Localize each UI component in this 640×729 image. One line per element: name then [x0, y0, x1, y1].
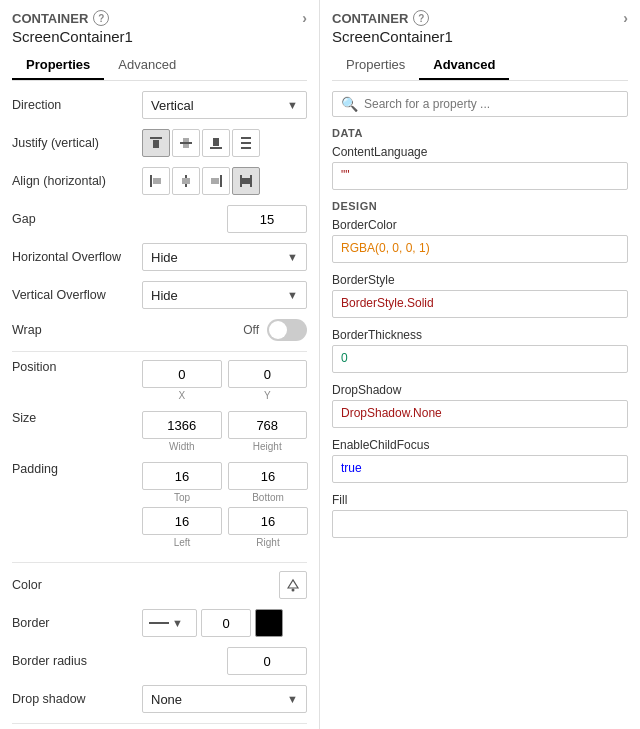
- direction-dropdown[interactable]: Vertical ▼: [142, 91, 307, 119]
- v-overflow-control: Hide ▼: [142, 281, 307, 309]
- padding-top-row: Top Bottom: [142, 462, 308, 503]
- svg-rect-11: [153, 178, 161, 184]
- drop-shadow-item: DropShadow DropShadow.None: [332, 383, 628, 428]
- color-control: [142, 571, 307, 599]
- justify-space-btn[interactable]: [232, 129, 260, 157]
- position-x-label: X: [178, 390, 185, 401]
- drop-shadow-prop-value[interactable]: DropShadow.None: [332, 400, 628, 428]
- tab-advanced-right[interactable]: Advanced: [419, 51, 509, 80]
- justify-center-btn[interactable]: [172, 129, 200, 157]
- right-panel: CONTAINER ? › ScreenContainer1 Propertie…: [320, 0, 640, 729]
- wrap-toggle[interactable]: [267, 319, 307, 341]
- size-grid: Width Height: [142, 411, 307, 452]
- left-label-text: CONTAINER: [12, 11, 88, 26]
- tab-properties-right[interactable]: Properties: [332, 51, 419, 80]
- svg-rect-3: [183, 138, 189, 142]
- enable-child-focus-value[interactable]: true: [332, 455, 628, 483]
- property-search-box[interactable]: 🔍: [332, 91, 628, 117]
- v-overflow-arrow: ▼: [287, 289, 298, 301]
- right-panel-label: CONTAINER ? ›: [332, 10, 628, 26]
- svg-rect-8: [241, 142, 251, 144]
- h-overflow-label: Horizontal Overflow: [12, 250, 142, 264]
- align-row: Align (horizontal): [12, 167, 307, 195]
- padding-left-input[interactable]: [142, 507, 222, 535]
- left-chevron-icon[interactable]: ›: [302, 10, 307, 26]
- right-label-text: CONTAINER: [332, 11, 408, 26]
- padding-control: Top Bottom Left: [142, 462, 308, 552]
- border-width-input[interactable]: [201, 609, 251, 637]
- content-language-item: ContentLanguage "": [332, 145, 628, 190]
- design-section-header: DESIGN: [332, 200, 628, 212]
- align-center-btn[interactable]: [172, 167, 200, 195]
- svg-rect-7: [241, 137, 251, 139]
- size-height-input[interactable]: [228, 411, 308, 439]
- border-thickness-item: BorderThickness 0: [332, 328, 628, 373]
- position-y-input[interactable]: [228, 360, 308, 388]
- border-style-select[interactable]: ▼: [142, 609, 197, 637]
- position-y-wrap: Y: [228, 360, 308, 401]
- size-width-input[interactable]: [142, 411, 222, 439]
- border-line-icon: [149, 622, 169, 624]
- padding-top-input[interactable]: [142, 462, 222, 490]
- right-panel-name: ScreenContainer1: [332, 28, 628, 45]
- right-help-icon[interactable]: ?: [413, 10, 429, 26]
- svg-rect-2: [180, 142, 192, 144]
- gap-control: [142, 205, 307, 233]
- align-right-btn[interactable]: [202, 167, 230, 195]
- search-icon: 🔍: [341, 96, 358, 112]
- svg-rect-4: [183, 144, 189, 148]
- border-thickness-value[interactable]: 0: [332, 345, 628, 373]
- svg-rect-5: [210, 147, 222, 149]
- padding-bottom-row: Left Right: [142, 507, 308, 548]
- wrap-toggle-wrap: Off: [243, 319, 307, 341]
- justify-control: [142, 129, 307, 157]
- size-width-wrap: Width: [142, 411, 222, 452]
- right-panel-tabs: Properties Advanced: [332, 51, 628, 81]
- padding-right-input[interactable]: [228, 507, 308, 535]
- tab-advanced-left[interactable]: Advanced: [104, 51, 190, 80]
- border-radius-label: Border radius: [12, 654, 142, 668]
- align-left-btn[interactable]: [142, 167, 170, 195]
- border-color-value[interactable]: RGBA(0, 0, 0, 1): [332, 235, 628, 263]
- padding-bottom-input[interactable]: [228, 462, 308, 490]
- position-x-wrap: X: [142, 360, 222, 401]
- size-label: Size: [12, 411, 142, 425]
- right-chevron-icon[interactable]: ›: [623, 10, 628, 26]
- border-row: Border ▼: [12, 609, 307, 637]
- border-radius-input[interactable]: [227, 647, 307, 675]
- drop-shadow-dropdown[interactable]: None ▼: [142, 685, 307, 713]
- left-panel-content: Direction Vertical ▼ Justify (vertical): [0, 81, 319, 729]
- border-style-name: BorderStyle: [332, 273, 628, 287]
- size-row: Size Width Height: [12, 411, 307, 452]
- position-grid: X Y: [142, 360, 307, 401]
- left-help-icon[interactable]: ?: [93, 10, 109, 26]
- border-color-swatch[interactable]: [255, 609, 283, 637]
- svg-rect-0: [150, 137, 162, 139]
- enable-child-focus-item: EnableChildFocus true: [332, 438, 628, 483]
- position-control: X Y: [142, 360, 307, 401]
- align-stretch-btn[interactable]: [232, 167, 260, 195]
- svg-rect-16: [240, 175, 242, 187]
- justify-bottom-btn[interactable]: [202, 129, 230, 157]
- content-language-value[interactable]: "": [332, 162, 628, 190]
- position-x-input[interactable]: [142, 360, 222, 388]
- fill-value[interactable]: [332, 510, 628, 538]
- gap-input[interactable]: [227, 205, 307, 233]
- svg-point-19: [292, 589, 295, 592]
- border-style-item: BorderStyle BorderStyle.Solid: [332, 273, 628, 318]
- h-overflow-row: Horizontal Overflow Hide ▼: [12, 243, 307, 271]
- align-label: Align (horizontal): [12, 174, 142, 188]
- tab-properties-left[interactable]: Properties: [12, 51, 104, 80]
- padding-label: Padding: [12, 462, 142, 476]
- h-overflow-dropdown[interactable]: Hide ▼: [142, 243, 307, 271]
- border-style-value[interactable]: BorderStyle.Solid: [332, 290, 628, 318]
- direction-value: Vertical: [151, 98, 194, 113]
- svg-rect-17: [250, 175, 252, 187]
- justify-top-btn[interactable]: [142, 129, 170, 157]
- v-overflow-dropdown[interactable]: Hide ▼: [142, 281, 307, 309]
- align-btn-group: [142, 167, 260, 195]
- property-search-input[interactable]: [364, 97, 619, 111]
- color-picker-btn[interactable]: [279, 571, 307, 599]
- color-label: Color: [12, 578, 142, 592]
- border-radius-row: Border radius: [12, 647, 307, 675]
